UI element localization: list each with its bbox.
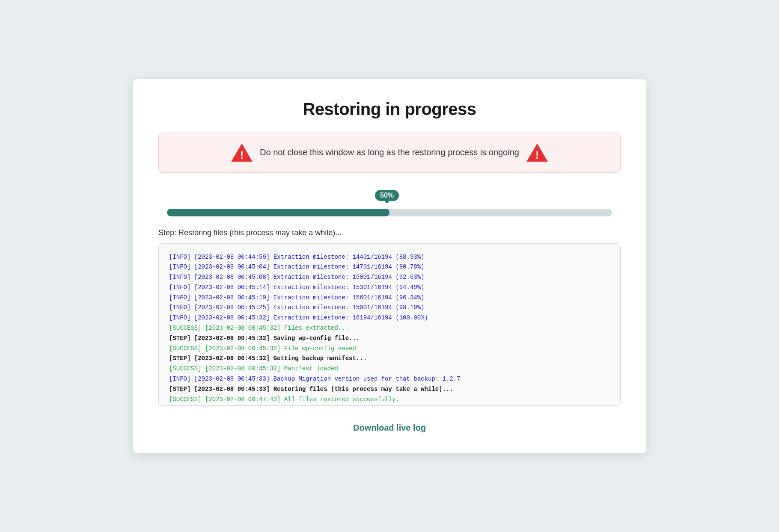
page-title: Restoring in progress bbox=[158, 100, 621, 119]
log-line: [INFO] [2023-02-08 00:44:59] Extraction … bbox=[169, 252, 610, 263]
log-line: [INFO] [2023-02-08 00:45:32] Extraction … bbox=[169, 313, 610, 323]
log-container[interactable]: [INFO] [2023-02-08 00:44:59] Extraction … bbox=[158, 243, 621, 406]
log-line: [SUCCESS] [2023-02-08 00:45:32] Files ex… bbox=[169, 323, 610, 334]
download-live-log-link[interactable]: Download live log bbox=[158, 420, 621, 436]
log-line: [STEP] [2023-02-08 00:45:33] Restoring f… bbox=[169, 384, 610, 395]
progress-bar-track bbox=[167, 209, 612, 216]
progress-bubble: 50% bbox=[375, 190, 399, 201]
log-line: [INFO] [2023-02-08 00:45:08] Extraction … bbox=[169, 272, 610, 283]
warning-banner-inner: ! Do not close this window as long as th… bbox=[171, 142, 608, 164]
log-line: [INFO] [2023-02-08 00:45:04] Extraction … bbox=[169, 262, 610, 272]
svg-text:!: ! bbox=[240, 149, 244, 160]
warning-banner: ! Do not close this window as long as th… bbox=[158, 133, 621, 173]
warning-icon-left: ! bbox=[231, 142, 253, 164]
svg-text:!: ! bbox=[535, 149, 539, 160]
log-line: [STEP] [2023-02-08 00:45:32] Getting bac… bbox=[169, 354, 610, 364]
progress-section: 50% bbox=[158, 190, 621, 216]
warning-text: Do not close this window as long as the … bbox=[260, 148, 519, 157]
warning-icon-right: ! bbox=[526, 142, 548, 164]
log-line: [SUCCESS] [2023-02-08 00:45:32] Manifest… bbox=[169, 364, 610, 374]
step-label: Step: Restoring files (this process may … bbox=[158, 228, 621, 237]
log-line: [INFO] [2023-02-08 00:45:33] Backup Migr… bbox=[169, 374, 610, 384]
progress-label-container: 50% bbox=[167, 190, 612, 205]
log-line: [SUCCESS] [2023-02-08 00:45:32] File wp-… bbox=[169, 344, 610, 354]
log-line: [INFO] [2023-02-08 00:45:14] Extraction … bbox=[169, 283, 610, 293]
progress-bar-fill bbox=[167, 209, 390, 216]
log-line: [INFO] [2023-02-08 00:45:19] Extraction … bbox=[169, 293, 610, 303]
log-line: [SUCCESS] [2023-02-08 00:47:43] All file… bbox=[169, 395, 610, 405]
log-line: [INFO] [2023-02-08 00:45:25] Extraction … bbox=[169, 303, 610, 313]
modal-container: Restoring in progress ! Do not close thi… bbox=[133, 79, 646, 453]
log-line: [STEP] [2023-02-08 00:45:32] Saving wp-c… bbox=[169, 334, 610, 344]
